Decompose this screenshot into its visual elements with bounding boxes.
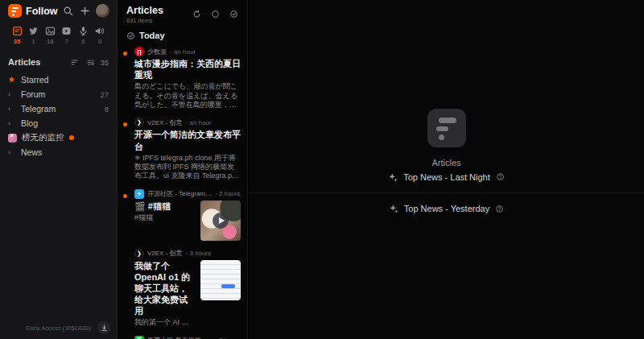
chevron-right-icon (8, 149, 16, 156)
ai-daily-block: Top News - Last Night Top News - Yesterd… (249, 161, 644, 224)
feed-avatar-v2ex (134, 249, 144, 258)
feed-name: 少数派 (147, 48, 167, 56)
feed-name: V2EX - 创意 (147, 118, 183, 127)
feed-avatar-sspai (134, 47, 144, 56)
unread-count: 27 (100, 90, 109, 99)
entry-excerpt: 島のどこにでも、潮の音が聞こえる。その音を追えば、会える気がした。不管在島的哪里… (134, 82, 241, 110)
article-entry[interactable]: 少数派 an hour 城市漫步指南：关西的夏日重现 島のどこにでも、潮の音が聞… (118, 43, 247, 114)
sidebar-item-label: News (21, 147, 42, 157)
feed-list-header: Articles 35 (0, 48, 117, 72)
sidebar-item-label: Telegram (21, 104, 56, 114)
mark-all-read-icon[interactable] (227, 7, 240, 20)
article-list-header: Articles 831 items (118, 0, 247, 26)
sidebar-item-monitor[interactable]: 榜无的监控 (0, 130, 117, 145)
chevron-right-icon (8, 91, 16, 98)
empty-state: Articles (249, 109, 644, 167)
sidebar-item-label: Forum (21, 89, 45, 99)
article-list-pane: Articles 831 items Today 少数派 an hour 城市漫… (118, 0, 248, 339)
app-title: Follow (26, 6, 58, 17)
play-icon (61, 26, 72, 36)
entry-time: 3 hours (186, 250, 212, 257)
download-icon (101, 325, 108, 332)
microphone-icon (78, 26, 89, 36)
tab-notifications[interactable]: 0 (93, 26, 107, 45)
sidebar-item-blog[interactable]: Blog (0, 116, 117, 130)
user-avatar[interactable] (96, 4, 109, 18)
image-thumbnail[interactable] (200, 260, 241, 300)
sidebar: Follow 35 1 18 7 0 0 (0, 0, 118, 339)
ai-daily-yesterday[interactable]: Top News - Yesterday (249, 192, 644, 224)
sort-order-icon[interactable] (84, 56, 97, 68)
star-icon (8, 76, 16, 84)
feed-avatar-v2ex (134, 118, 144, 127)
tab-social-media[interactable]: 1 (27, 26, 41, 45)
item-count: 831 items (126, 17, 163, 24)
search-icon[interactable] (62, 5, 75, 18)
follow-logo-icon[interactable] (8, 4, 22, 18)
today-label: Today (139, 31, 165, 40)
entry-title: 开源一个简洁的文章发布平台 (134, 129, 241, 151)
add-subscription-icon[interactable] (79, 5, 92, 18)
error-badge-icon (69, 135, 74, 140)
ai-daily-label: Top News - Last Night (403, 172, 490, 182)
sort-by-count-icon[interactable] (68, 56, 80, 68)
sidebar-item-news[interactable]: News (0, 145, 117, 159)
tab-articles[interactable]: 35 (10, 26, 24, 45)
play-overlay-icon (213, 213, 229, 229)
tab-pictures[interactable]: 18 (43, 26, 57, 45)
entry-content-pane: Articles Top News - Last Night Top News … (249, 0, 644, 339)
refresh-icon[interactable] (190, 7, 203, 20)
article-entry[interactable]: 豆瓣小组-每天提前上床N小时我们一起聊… 3 hours 中老年的时光 “一些当… (118, 333, 247, 339)
article-entry[interactable]: V2EX - 创意 an hour 开源一个简洁的文章发布平台 ✳ IPFS t… (118, 114, 247, 185)
feed-favicon (8, 134, 17, 143)
articles-placeholder-icon (427, 109, 466, 147)
entry-time: an hour (170, 48, 196, 56)
entry-excerpt: #猫猫 (134, 213, 196, 222)
entry-time: an hour (186, 119, 212, 126)
entry-title: 城市漫步指南：关西的夏日重现 (134, 58, 241, 81)
megaphone-icon (94, 26, 105, 36)
unread-only-toggle-icon[interactable] (208, 7, 221, 20)
view-switcher: 35 1 18 7 0 0 (0, 21, 117, 48)
question-circle-icon[interactable] (495, 205, 504, 213)
tab-audio[interactable]: 0 (76, 26, 90, 45)
video-thumbnail[interactable] (200, 201, 241, 241)
chevron-right-icon (8, 120, 16, 127)
question-circle-icon[interactable] (496, 172, 505, 181)
bird-icon (28, 26, 39, 36)
feed-avatar-douban (134, 336, 144, 339)
feed-name: 豆瓣小组-每天提前上床N小时我们一起聊… (147, 336, 212, 339)
list-title: Articles (126, 5, 163, 16)
tab-videos[interactable]: 7 (60, 26, 74, 45)
unread-dot (123, 122, 127, 126)
chevron-right-icon (8, 105, 16, 113)
articles-icon (12, 26, 23, 36)
image-icon (45, 26, 56, 36)
sidebar-item-starred[interactable]: Starred (0, 72, 117, 87)
sidebar-footer: Early Access (3050A00) (0, 320, 117, 339)
sidebar-item-label: 榜无的监控 (22, 132, 64, 143)
ai-sparkle-icon (388, 172, 398, 182)
entry-excerpt: ✳ IPFS telegra.ph clone 用于将数据发布到 IPFS 网络… (134, 154, 241, 181)
sidebar-item-forum[interactable]: Forum 27 (0, 87, 117, 101)
entry-title: 🎬 #猫猫 (134, 201, 196, 212)
entry-title: 我做了个 OpenAI o1 的聊天工具站，给大家免费试用 (134, 260, 196, 316)
article-entry[interactable]: 开源社区 - Telegram… 2 hours 🎬 #猫猫 #猫猫 (118, 186, 247, 246)
entry-time: 2 hours (215, 190, 241, 197)
sidebar-item-telegram[interactable]: Telegram 8 (0, 101, 117, 116)
article-entry[interactable]: V2EX - 创意 3 hours 我做了个 OpenAI o1 的聊天工具站，… (118, 246, 247, 333)
check-circle-icon[interactable] (126, 31, 135, 40)
unread-total-count: 35 (100, 58, 109, 67)
feed-list: Starred Forum 27 Telegram 8 Blog 榜无的监控 N… (0, 72, 117, 159)
sidebar-header: Follow (0, 0, 117, 21)
sidebar-item-label: Blog (21, 118, 38, 128)
download-update-button[interactable] (97, 321, 110, 334)
today-section-header: Today (118, 26, 247, 43)
feed-list-title: Articles (8, 57, 40, 67)
ai-daily-label: Top News - Yesterday (404, 204, 489, 213)
ai-sparkle-icon (389, 204, 398, 213)
ai-daily-last-night[interactable]: Top News - Last Night (249, 161, 644, 192)
feed-name: 开源社区 - Telegram… (147, 189, 212, 198)
unread-count: 8 (105, 105, 109, 114)
entry-excerpt: 我的第一个 AI 聊天站上… (134, 318, 196, 327)
